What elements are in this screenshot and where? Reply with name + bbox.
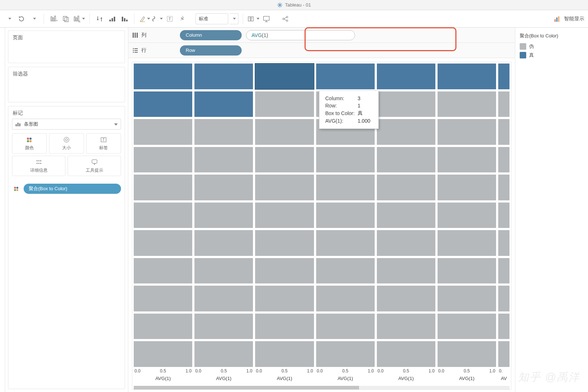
chart-bar[interactable]	[377, 258, 435, 284]
chart-cell[interactable]	[194, 147, 253, 173]
chart-cell[interactable]	[194, 203, 253, 228]
chart-cell[interactable]	[255, 64, 314, 89]
chart-bar[interactable]	[438, 230, 496, 256]
chart-cell[interactable]	[438, 91, 496, 117]
chart-bar[interactable]	[255, 64, 314, 89]
chart-cell[interactable]	[498, 119, 510, 145]
chart-bar[interactable]	[255, 230, 314, 256]
chart-cell[interactable]	[255, 203, 314, 228]
chart-bar[interactable]	[377, 91, 435, 117]
chart-bar[interactable]	[134, 64, 192, 89]
chart-bar[interactable]	[134, 203, 192, 228]
chart-bar[interactable]	[438, 203, 496, 228]
chart-bar[interactable]	[255, 286, 314, 311]
chart-bar[interactable]	[134, 119, 192, 145]
chart-bar[interactable]	[134, 91, 192, 117]
chart-bar[interactable]	[134, 147, 192, 173]
chart-cell[interactable]	[377, 258, 435, 284]
legend-item[interactable]: 伪	[518, 42, 585, 51]
chart-cell[interactable]	[316, 258, 375, 284]
chart-bar[interactable]	[194, 203, 253, 228]
chart-cell[interactable]	[255, 175, 314, 200]
chart-cell[interactable]	[255, 230, 314, 256]
chart-bar[interactable]	[194, 314, 253, 339]
mark-type-select[interactable]: 条形图	[12, 119, 121, 130]
show-me-cards-button[interactable]	[247, 13, 259, 24]
sort-desc-button[interactable]	[119, 13, 130, 24]
chart-cell[interactable]	[438, 203, 496, 228]
chart-cell[interactable]	[377, 230, 435, 256]
chart-bar[interactable]	[194, 258, 253, 284]
chart-bar[interactable]	[194, 286, 253, 311]
chart-cell[interactable]	[194, 314, 253, 339]
chart-cell[interactable]	[438, 64, 496, 89]
chart-bar[interactable]	[498, 64, 510, 89]
group-button[interactable]	[152, 13, 163, 24]
chart-cell[interactable]	[194, 230, 253, 256]
chart-cell[interactable]	[438, 341, 496, 367]
chart-bar[interactable]	[316, 147, 375, 173]
chart-cell[interactable]	[498, 175, 510, 200]
chart-bar[interactable]	[377, 64, 435, 89]
chart-bar[interactable]	[134, 175, 192, 200]
chart-bar[interactable]	[438, 64, 496, 89]
chart-cell[interactable]	[134, 314, 192, 339]
legend-item[interactable]: 真	[518, 51, 585, 60]
chart-bar[interactable]	[255, 203, 314, 228]
chart-cell[interactable]	[134, 203, 192, 228]
refresh-dropdown[interactable]	[28, 13, 39, 24]
highlight-button[interactable]	[139, 13, 150, 24]
chart-bar[interactable]	[194, 119, 253, 145]
chart-cell[interactable]	[377, 175, 435, 200]
chart-cell[interactable]	[316, 230, 375, 256]
chart-bar[interactable]	[134, 314, 192, 339]
clear-sheet-button[interactable]	[73, 13, 85, 24]
chart-cell[interactable]	[438, 119, 496, 145]
duplicate-sheet-button[interactable]	[61, 13, 72, 24]
chart-cell[interactable]	[438, 258, 496, 284]
chart-bar[interactable]	[316, 341, 375, 367]
rows-pill-row[interactable]: Row	[180, 45, 242, 56]
chart-cell[interactable]	[194, 64, 253, 89]
chart-cell[interactable]	[498, 314, 510, 339]
chart-bar[interactable]	[498, 286, 510, 311]
chart-cell[interactable]	[194, 258, 253, 284]
chart-bar[interactable]	[377, 341, 435, 367]
chart-cell[interactable]	[498, 230, 510, 256]
chart-bar[interactable]	[134, 230, 192, 256]
chart-cell[interactable]	[316, 203, 375, 228]
chart-cell[interactable]	[438, 286, 496, 311]
chart-cell[interactable]	[255, 147, 314, 173]
chart-bar[interactable]	[255, 147, 314, 173]
chart-bar[interactable]	[255, 119, 314, 145]
chart-bar[interactable]	[194, 341, 253, 367]
chart-cell[interactable]	[255, 91, 314, 117]
chart-cell[interactable]	[194, 341, 253, 367]
mark-detail-cell[interactable]: 详细信息	[12, 156, 65, 176]
chart-cell[interactable]	[498, 147, 510, 173]
pin-button[interactable]	[177, 13, 188, 24]
chart-cell[interactable]	[377, 203, 435, 228]
chart-cell[interactable]	[194, 91, 253, 117]
chart-cell[interactable]	[255, 119, 314, 145]
chart-cell[interactable]	[134, 341, 192, 367]
chart-bar[interactable]	[134, 258, 192, 284]
chart-bar[interactable]	[438, 119, 496, 145]
chart-bar[interactable]	[377, 286, 435, 311]
chart-cell[interactable]	[316, 64, 375, 89]
chart-bar[interactable]	[377, 175, 435, 200]
chart-cell[interactable]	[316, 147, 375, 173]
chart-cell[interactable]	[255, 341, 314, 367]
share-button[interactable]	[280, 13, 291, 24]
chart-cell[interactable]	[134, 230, 192, 256]
rows-shelf[interactable]: 行 Row	[128, 43, 515, 58]
chart-bar[interactable]	[316, 258, 375, 284]
show-labels-button[interactable]: T	[164, 13, 175, 24]
chart-bar[interactable]	[255, 341, 314, 367]
chart-cell[interactable]	[194, 286, 253, 311]
chart-bar[interactable]	[194, 175, 253, 200]
mark-tooltip-cell[interactable]: 工具提示	[68, 156, 121, 176]
chart-bar[interactable]	[255, 175, 314, 200]
chart-cell[interactable]	[194, 175, 253, 200]
chart-cell[interactable]	[377, 64, 435, 89]
